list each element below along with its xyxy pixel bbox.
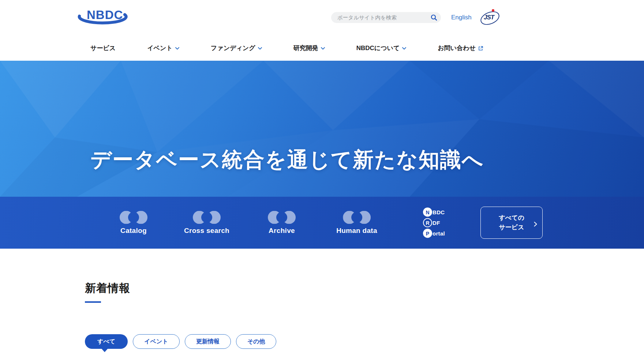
service-human-data[interactable]: Human data — [336, 211, 377, 235]
jst-logo[interactable]: JST — [479, 7, 501, 29]
venn-circles-icon — [268, 211, 296, 224]
news-filters: すべて イベント 更新情報 その他 — [85, 334, 644, 349]
venn-circles-icon — [193, 211, 221, 224]
service-nbdc-rdf-portal[interactable]: N BDC R DF P ortal — [423, 207, 445, 239]
nav-item-research[interactable]: 研究開発 — [293, 44, 325, 52]
all-services-button[interactable]: すべての サービス — [480, 207, 543, 239]
service-archive[interactable]: Archive — [268, 211, 296, 235]
nav-item-label: お問い合わせ — [438, 44, 476, 52]
all-services-line1: すべての — [499, 214, 524, 221]
nav-item-label: イベント — [147, 44, 173, 52]
service-label: Cross search — [184, 227, 229, 235]
nav-item-about-nbdc[interactable]: NBDCについて — [356, 44, 407, 52]
service-catalog[interactable]: Catalog — [120, 211, 147, 235]
rdf-rest-text: BDC — [433, 209, 445, 215]
rdf-letter-circle: P — [423, 229, 432, 238]
nav-item-label: 研究開発 — [293, 44, 318, 52]
jst-logo-text: JST — [484, 14, 494, 21]
nav-item-label: サービス — [90, 44, 116, 52]
nav-item-funding[interactable]: ファンディング — [211, 44, 262, 52]
filter-events[interactable]: イベント — [133, 334, 180, 349]
nbdc-logo-swoosh-icon: NBDC — [74, 5, 129, 30]
nav-item-services[interactable]: サービス — [90, 44, 116, 52]
chevron-down-icon — [321, 47, 325, 50]
rdf-row: R DF — [423, 218, 445, 228]
external-link-icon — [478, 46, 483, 51]
chevron-down-icon — [175, 47, 179, 50]
news-section: 新着情報 すべて イベント 更新情報 その他 — [0, 249, 644, 349]
service-cross-search[interactable]: Cross search — [184, 211, 229, 235]
venn-circles-icon — [120, 211, 147, 224]
hero-polygon-texture — [0, 61, 644, 197]
hero-heading: データベース統合を通じて新たな知識へ — [90, 148, 484, 172]
site-search — [331, 12, 441, 23]
nav-item-label: NBDCについて — [356, 44, 400, 52]
rdf-row: N BDC — [423, 207, 445, 218]
nav-item-contact[interactable]: お問い合わせ — [438, 44, 483, 52]
search-button[interactable] — [427, 12, 441, 23]
nav-item-label: ファンディング — [211, 44, 255, 52]
service-label: Human data — [336, 227, 377, 235]
all-services-line2: サービス — [499, 224, 524, 231]
nbdc-logo-text: NBDC — [87, 8, 123, 22]
english-link[interactable]: English — [451, 14, 472, 21]
search-input[interactable] — [331, 15, 427, 20]
filter-updates[interactable]: 更新情報 — [185, 334, 231, 349]
filter-other[interactable]: その他 — [236, 334, 277, 349]
rdf-rest-text: ortal — [433, 230, 445, 237]
nbdc-logo[interactable]: NBDC — [74, 5, 129, 30]
service-label: Catalog — [120, 227, 147, 235]
chevron-down-icon — [402, 47, 406, 50]
news-title: 新着情報 — [85, 281, 644, 296]
filter-all[interactable]: すべて — [85, 334, 128, 349]
hero-section: データベース統合を通じて新たな知識へ NBDCについて — [0, 61, 644, 197]
jst-dot-icon — [492, 9, 494, 12]
rdf-rest-text: DF — [433, 220, 440, 226]
venn-circles-icon — [343, 211, 371, 224]
rdf-row: P ortal — [423, 228, 445, 239]
nav-item-events[interactable]: イベント — [147, 44, 179, 52]
chevron-right-icon — [534, 220, 537, 230]
title-underline — [85, 301, 101, 303]
main-nav: サービス イベント ファンディング 研究開発 NBDCについて — [0, 35, 644, 61]
services-band: Catalog Cross search Archive — [0, 197, 644, 249]
site-header: NBDC English JST — [0, 0, 644, 35]
search-icon — [431, 14, 437, 21]
service-label: Archive — [269, 227, 295, 235]
chevron-down-icon — [258, 47, 262, 50]
rdf-letter-circle: R — [423, 218, 432, 227]
rdf-letter-circle: N — [423, 208, 432, 217]
